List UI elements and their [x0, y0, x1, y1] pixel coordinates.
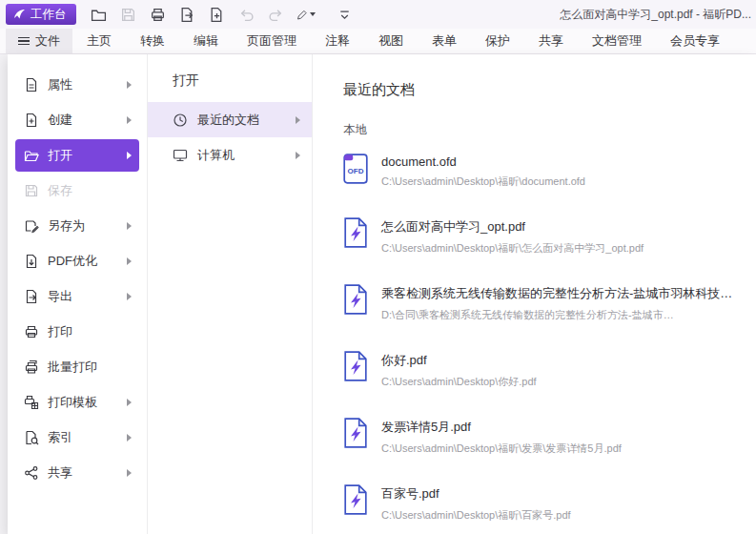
file-path: C:\Users\admin\Desktop\福昕\怎么面对高中学习_opt.p…	[381, 241, 644, 256]
properties-icon	[24, 77, 39, 92]
recent-file-row[interactable]: 发票详情5月.pdf C:\Users\admin\Desktop\福昕\发票\…	[343, 418, 756, 456]
index-icon	[24, 430, 39, 445]
file-path: C:\Users\admin\Desktop\你好.pdf	[381, 375, 537, 389]
file-menu-column: 属性 创建 打开 保存 另存为 PDF优化 导出	[8, 54, 148, 534]
file-menu-item-pdf-optimize[interactable]: PDF优化	[15, 245, 139, 277]
menu-file[interactable]: 文件	[6, 29, 72, 53]
open-panel-header: 打开	[148, 66, 312, 94]
open-item-recent-documents[interactable]: 最近的文档	[148, 102, 312, 137]
file-name: document.ofd	[381, 154, 585, 169]
submenu-arrow-icon	[127, 293, 132, 300]
submenu-arrow-icon	[127, 399, 132, 406]
file-menu-item-share[interactable]: 共享	[15, 457, 139, 489]
recent-file-row[interactable]: 乘客检测系统无线传输数据的完整性分析方法-盐城市羽林科技… D:\合同\乘客检测…	[343, 284, 756, 322]
menu-form[interactable]: 表单	[418, 29, 471, 53]
print-icon	[24, 324, 39, 339]
pdf-file-icon	[343, 351, 368, 381]
file-path: D:\合同\乘客检测系统无线传输数据的完整性分析方法-盐城市…	[381, 308, 732, 322]
window-title: 怎么面对高中学习_opt.pdf - 福昕PD...	[560, 0, 751, 29]
menubar: 文件 主页 转换 编辑 页面管理 注释 视图 表单 保护 共享 文档管理 会员专…	[0, 29, 756, 54]
open-item-computer[interactable]: 计算机	[148, 137, 312, 173]
export-pdf-icon[interactable]	[178, 5, 197, 24]
file-menu-item-label: 打印模板	[48, 394, 97, 411]
batch-print-icon	[24, 359, 39, 375]
submenu-arrow-icon	[127, 257, 132, 265]
recent-file-row[interactable]: 怎么面对高中学习_opt.pdf C:\Users\admin\Desktop\…	[343, 217, 756, 256]
file-name: 百家号.pdf	[381, 485, 571, 503]
local-section-label: 本地	[343, 122, 756, 138]
file-name: 你好.pdf	[381, 352, 537, 369]
titlebar: 工作台 怎么面对高中学习_opt.pdf - 福昕PD..	[0, 0, 756, 29]
foxit-logo-icon	[13, 9, 26, 21]
file-menu-item-save-as[interactable]: 另存为	[15, 210, 139, 242]
hamburger-icon	[18, 35, 30, 48]
workspace-button-label: 工作台	[31, 7, 67, 23]
submenu-arrow-icon	[296, 152, 300, 159]
pdf-file-icon	[343, 284, 368, 315]
pdf-file-icon	[343, 484, 368, 515]
file-menu-item-label: 导出	[48, 288, 72, 305]
open-panel-column: 打开 最近的文档 计算机	[148, 54, 313, 534]
file-menu-item-open[interactable]: 打开	[15, 139, 139, 172]
submenu-arrow-icon	[127, 434, 132, 442]
save-as-icon	[24, 218, 39, 234]
file-menu-item-print[interactable]: 打印	[15, 316, 139, 348]
recent-file-row[interactable]: 你好.pdf C:\Users\admin\Desktop\你好.pdf	[343, 351, 756, 389]
file-name: 怎么面对高中学习_opt.pdf	[381, 218, 644, 236]
menu-share[interactable]: 共享	[524, 29, 578, 53]
submenu-arrow-icon	[296, 116, 300, 124]
file-menu-item-label: 批量打印	[48, 359, 97, 376]
redo-icon[interactable]	[267, 5, 286, 24]
submenu-arrow-icon	[127, 81, 132, 89]
file-menu-item-label: 另存为	[48, 217, 85, 235]
file-menu-item-create[interactable]: 创建	[15, 104, 139, 136]
file-menu-item-properties[interactable]: 属性	[15, 69, 139, 101]
recent-documents-panel: 最近的文档 本地 OFD document.ofd C:\Users\admin…	[313, 54, 756, 534]
menu-member-exclusive[interactable]: 会员专享	[656, 29, 734, 53]
pdf-file-icon	[343, 418, 368, 448]
print-icon[interactable]	[149, 5, 168, 24]
file-path: C:\Users\admin\Desktop\福昕\document.ofd	[381, 175, 585, 189]
file-menu-item-batch-print[interactable]: 批量打印	[15, 351, 139, 383]
pdf-optimize-icon	[24, 254, 39, 269]
open-file-icon[interactable]	[90, 5, 109, 24]
recent-file-row[interactable]: 百家号.pdf C:\Users\admin\Desktop\福昕\百家号.pd…	[343, 484, 756, 523]
clock-icon	[173, 113, 188, 128]
file-menu-item-label: 打印	[48, 323, 72, 340]
export-icon	[24, 289, 39, 304]
file-menu-item-label: 索引	[48, 429, 72, 446]
file-menu-item-save[interactable]: 保存	[15, 175, 139, 207]
workspace-button[interactable]: 工作台	[6, 4, 76, 25]
submenu-arrow-icon	[127, 469, 132, 477]
ink-signature-dropdown-arrow	[310, 12, 316, 16]
file-menu-item-export[interactable]: 导出	[15, 280, 139, 313]
menu-document-management[interactable]: 文档管理	[578, 29, 656, 53]
file-menu-item-label: 共享	[48, 464, 72, 482]
file-menu-item-print-template[interactable]: 打印模板	[15, 386, 139, 419]
file-menu-item-label: 打开	[48, 147, 72, 164]
file-menu-backstage: 属性 创建 打开 保存 另存为 PDF优化 导出	[8, 54, 756, 534]
file-menu-item-index[interactable]: 索引	[15, 421, 139, 454]
menu-page-management[interactable]: 页面管理	[233, 29, 311, 53]
file-menu-item-label: 属性	[48, 76, 72, 93]
menu-home[interactable]: 主页	[72, 29, 126, 53]
menu-view[interactable]: 视图	[364, 29, 418, 53]
background-strip	[0, 54, 8, 534]
menu-edit[interactable]: 编辑	[179, 29, 233, 53]
submenu-arrow-icon	[127, 152, 132, 159]
customize-toolbar-icon[interactable]	[336, 5, 355, 24]
save-icon[interactable]	[119, 5, 138, 24]
menu-comment[interactable]: 注释	[311, 29, 364, 53]
menu-convert[interactable]: 转换	[126, 29, 179, 53]
ink-signature-icon[interactable]	[296, 5, 316, 24]
recent-file-row[interactable]: OFD document.ofd C:\Users\admin\Desktop\…	[343, 154, 756, 189]
open-item-label: 计算机	[197, 147, 235, 164]
file-menu-item-label: 保存	[48, 182, 72, 199]
open-item-label: 最近的文档	[197, 112, 259, 129]
create-pdf-icon[interactable]	[208, 5, 227, 24]
undo-icon[interactable]	[237, 5, 256, 24]
submenu-arrow-icon	[127, 116, 132, 124]
menu-file-label: 文件	[35, 32, 60, 50]
file-path: C:\Users\admin\Desktop\福昕\百家号.pdf	[381, 508, 571, 523]
menu-protect[interactable]: 保护	[471, 29, 524, 53]
